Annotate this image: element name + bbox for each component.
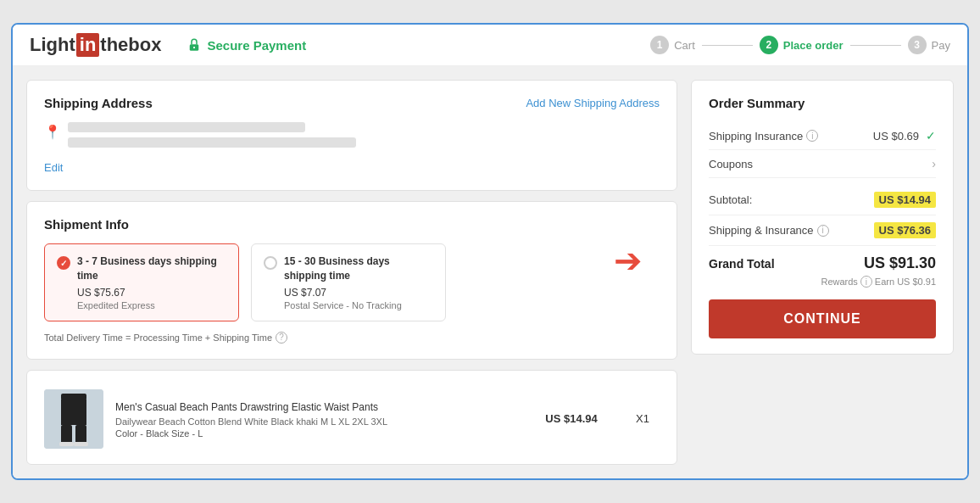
page-container: Lightinthebox Secure Payment 1 Cart 2 Pl…: [11, 23, 969, 480]
lock-icon: [187, 37, 202, 53]
product-thumbnail: [44, 389, 103, 449]
shipment-info-title: Shipment Info: [44, 217, 660, 232]
main-content: Shipping Address Add New Shipping Addres…: [13, 66, 967, 478]
svg-rect-6: [75, 425, 86, 444]
step-line-1: [702, 45, 753, 46]
product-image: [44, 389, 103, 449]
product-info: Men's Casual Beach Pants Drawstring Elas…: [115, 400, 517, 439]
step-pay: 3 Pay: [908, 36, 950, 54]
summary-row-shipping: Shipping & Insurance i US $76.36: [709, 215, 936, 246]
insurance-value-area: US $0.69 ✓: [873, 129, 936, 143]
edit-address-link[interactable]: Edit: [44, 161, 63, 174]
step-3-label: Pay: [932, 39, 950, 52]
step-place-order: 2 Place order: [760, 36, 844, 54]
step-3-num: 3: [908, 36, 927, 54]
logo-in: in: [76, 33, 100, 57]
step-2-label: Place order: [783, 39, 844, 52]
shipment-option-postal[interactable]: 15 - 30 Business days shipping time US $…: [251, 243, 446, 321]
logo-thebox: thebox: [100, 34, 161, 56]
right-panel: Order Summary Shipping Insurance i US $0…: [691, 80, 954, 465]
product-color-size: Color - Black Size - L: [115, 428, 517, 439]
svg-point-1: [193, 47, 195, 48]
option-price-2: US $7.07: [284, 287, 433, 299]
insurance-label-text: Shipping Insurance: [709, 130, 803, 143]
delivery-note: Total Delivery Time = Processing Time + …: [44, 332, 660, 344]
delivery-info-icon[interactable]: ?: [276, 332, 287, 344]
subtotal-label: Subtotal:: [709, 193, 752, 206]
shipping-row-label: Shipping & Insurance i: [709, 224, 829, 237]
grand-total-row: Grand Total US $91.30: [709, 246, 936, 276]
grand-total-value: US $91.30: [864, 254, 936, 272]
secure-payment: Secure Payment: [187, 37, 306, 53]
step-line-2: [850, 45, 901, 46]
shipping-label-text: Shipping & Insurance: [709, 224, 814, 237]
option-row-1: 3 - 7 Business days shipping time US $75…: [57, 254, 226, 310]
step-2-num: 2: [760, 36, 778, 54]
order-summary-card: Order Summary Shipping Insurance i US $0…: [691, 80, 954, 355]
shipping-row-value: US $76.36: [874, 222, 936, 238]
insurance-info-icon[interactable]: i: [806, 130, 818, 142]
svg-rect-3: [61, 394, 86, 400]
shipping-row-info-icon[interactable]: i: [817, 225, 829, 237]
address-row: 📍: [44, 122, 660, 153]
summary-row-subtotal: Subtotal: US $14.94: [709, 185, 936, 215]
product-desc: Dailywear Beach Cotton Blend White Black…: [115, 416, 517, 427]
product-qty: X1: [626, 412, 660, 425]
rewards-row: Rewards i Earn US $0.91: [709, 276, 936, 288]
continue-button[interactable]: CONTINUE: [709, 299, 936, 338]
option-title-2: 15 - 30 Business days shipping time: [284, 254, 433, 283]
product-row: Men's Casual Beach Pants Drawstring Elas…: [44, 386, 660, 449]
summary-row-insurance: Shipping Insurance i US $0.69 ✓: [709, 122, 936, 150]
radio-selected[interactable]: [57, 256, 70, 270]
logo-light: Light: [30, 34, 75, 56]
spacer: [709, 178, 936, 185]
shipment-option-expedited[interactable]: 3 - 7 Business days shipping time US $75…: [44, 243, 239, 321]
product-name: Men's Casual Beach Pants Drawstring Elas…: [115, 400, 517, 415]
svg-rect-4: [61, 400, 86, 425]
option-title-1: 3 - 7 Business days shipping time: [77, 254, 226, 283]
check-icon: ✓: [926, 129, 936, 143]
pin-icon: 📍: [44, 124, 61, 140]
shipping-address-card: Shipping Address Add New Shipping Addres…: [26, 80, 677, 191]
shipment-info-card: Shipment Info 3 - 7 Business days shippi…: [26, 201, 677, 360]
option-price-1: US $75.67: [77, 287, 226, 299]
rewards-label: Rewards: [821, 277, 857, 287]
coupons-label: Coupons: [709, 158, 753, 170]
step-1-label: Cart: [674, 39, 695, 52]
delivery-note-text: Total Delivery Time = Processing Time + …: [44, 333, 272, 343]
address-text-block: [68, 122, 660, 153]
insurance-value: US $0.69: [873, 130, 919, 143]
svg-rect-5: [61, 425, 72, 444]
summary-row-coupons[interactable]: Coupons ›: [709, 150, 936, 178]
shipping-title: Shipping Address: [44, 96, 153, 110]
option-row-2: 15 - 30 Business days shipping time US $…: [264, 254, 433, 310]
product-price: US $14.94: [529, 412, 614, 425]
left-panel: Shipping Address Add New Shipping Addres…: [26, 80, 677, 465]
nav-steps: 1 Cart 2 Place order 3 Pay: [650, 36, 950, 54]
arrow-area: ➔: [446, 243, 660, 277]
rewards-info-icon[interactable]: i: [860, 276, 872, 288]
shipping-section-header: Shipping Address Add New Shipping Addres…: [44, 96, 660, 110]
rewards-value: Earn US $0.91: [875, 277, 936, 287]
address-blur-1: [68, 122, 305, 132]
order-summary-title: Order Summary: [709, 96, 936, 110]
add-address-link[interactable]: Add New Shipping Address: [526, 97, 660, 109]
option-service-2: Postal Service - No Tracking: [284, 300, 433, 310]
step-1-num: 1: [650, 36, 669, 54]
secure-payment-label: Secure Payment: [207, 38, 306, 53]
option-details-1: 3 - 7 Business days shipping time US $75…: [77, 254, 226, 310]
right-arrow-icon: ➔: [614, 243, 643, 277]
header: Lightinthebox Secure Payment 1 Cart 2 Pl…: [13, 25, 967, 66]
product-card: Men's Casual Beach Pants Drawstring Elas…: [26, 370, 677, 465]
option-service-1: Expedited Express: [77, 300, 226, 310]
insurance-label: Shipping Insurance i: [709, 130, 818, 143]
address-blur-2: [68, 137, 356, 148]
svg-rect-8: [74, 442, 88, 446]
chevron-right-icon: ›: [932, 157, 936, 170]
step-cart: 1 Cart: [650, 36, 695, 54]
radio-unselected[interactable]: [264, 256, 277, 270]
grand-total-label: Grand Total: [709, 257, 775, 271]
shipment-options: 3 - 7 Business days shipping time US $75…: [44, 243, 446, 321]
option-details-2: 15 - 30 Business days shipping time US $…: [284, 254, 433, 310]
svg-rect-7: [59, 442, 74, 446]
